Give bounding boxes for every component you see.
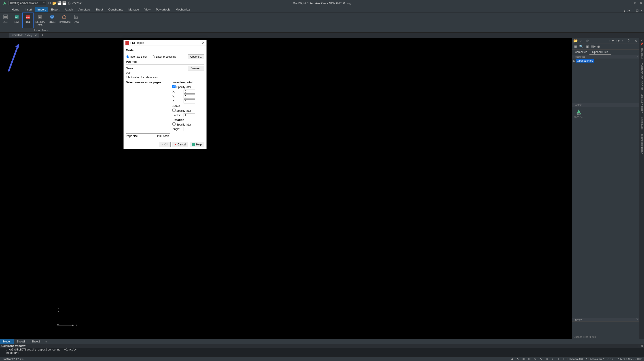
status-cursor-icon[interactable]: ⬉: [515, 357, 520, 361]
status-annoscale-dropdown[interactable]: Annotation: [588, 358, 605, 360]
tab-attach[interactable]: Attach: [62, 7, 76, 12]
tool5-icon[interactable]: ◉: [596, 44, 601, 49]
import-delmia-button[interactable]: xml DELMIA XML: [34, 12, 46, 28]
tab-annotate[interactable]: Annotate: [76, 7, 92, 12]
x-input[interactable]: [184, 90, 195, 94]
status-lwt-icon[interactable]: ≡: [550, 357, 555, 361]
drawing-canvas[interactable]: X Y: [0, 38, 572, 339]
sheet-tab-model[interactable]: Model: [0, 339, 14, 344]
section-close-icon[interactable]: ✕: [636, 55, 638, 58]
tab-manage[interactable]: Manage: [126, 7, 142, 12]
content-area[interactable]: 2022 NONA...: [572, 107, 639, 318]
vtab-properties[interactable]: Properties: [640, 46, 644, 61]
app-logo-icon[interactable]: [1, 0, 8, 6]
options-button[interactable]: Options...: [188, 54, 204, 59]
tab-view[interactable]: View: [142, 7, 153, 12]
tool3-icon[interactable]: ▣: [585, 44, 590, 49]
dialog-close-button[interactable]: ✕: [202, 41, 204, 45]
help-icon[interactable]: ?▾: [627, 9, 630, 12]
insert-as-block-radio[interactable]: Insert as Block: [126, 55, 147, 58]
close-tab-icon[interactable]: ✕: [35, 34, 37, 37]
sheet-tab-sheet1[interactable]: Sheet1: [14, 339, 28, 344]
tab-insert[interactable]: Insert: [22, 7, 35, 12]
add-tab-button[interactable]: +: [40, 33, 45, 37]
cancel-button[interactable]: ✕Cancel: [172, 142, 188, 147]
redo-icon[interactable]: ↷▾: [77, 1, 81, 5]
vtab-close-icon[interactable]: ✕: [641, 39, 643, 42]
pages-listbox[interactable]: [126, 85, 170, 134]
batch-processing-radio[interactable]: Batch processing: [152, 55, 176, 58]
angle-input[interactable]: [184, 127, 195, 131]
specify-later-scale-checkbox[interactable]: Specify later: [172, 109, 191, 112]
ok-button[interactable]: ✓OK: [159, 142, 170, 147]
tree-item-opened-files[interactable]: Opened Files: [576, 59, 594, 62]
minimize-button[interactable]: —: [627, 1, 632, 5]
section-close-icon[interactable]: ✕: [636, 318, 638, 321]
status-dcc-dropdown[interactable]: Dynamic CCS: [567, 358, 588, 360]
tab-home[interactable]: Home: [9, 7, 22, 12]
browse-button[interactable]: Browse...: [188, 66, 204, 71]
vtab-gcode[interactable]: Gcode Generator: [640, 92, 644, 115]
import-homebyme-button[interactable]: HomeByMe: [58, 12, 71, 28]
save-icon[interactable]: 💾: [58, 1, 61, 5]
y-input[interactable]: [184, 94, 195, 98]
command-input-line[interactable]: : IMPORTPDF: [0, 352, 644, 355]
tool1-icon[interactable]: ▦: [573, 44, 578, 49]
tab-export[interactable]: Export: [48, 7, 62, 12]
mdi-minimize-icon[interactable]: —: [632, 9, 634, 12]
status-otrack-icon[interactable]: ▨: [544, 357, 550, 361]
document-tab[interactable]: NONAME_0.dwg ✕: [9, 33, 39, 37]
vtab-3dcc[interactable]: 3D CONTENTCENTRAL: [640, 61, 644, 92]
status-osnap-icon[interactable]: ⬊: [538, 357, 544, 361]
factor-input[interactable]: [184, 113, 195, 117]
status-toggle-1-icon[interactable]: ◢: [509, 357, 514, 361]
resources-tree[interactable]: ⊟ Opened Files: [572, 58, 639, 103]
add-sheet-button[interactable]: +: [43, 340, 50, 343]
vtab-pin-icon[interactable]: 📌: [640, 42, 643, 45]
favorite-icon[interactable]: ☆: [585, 38, 590, 43]
forward-icon[interactable]: →▾: [614, 38, 620, 43]
back-icon[interactable]: ←▾: [609, 38, 614, 43]
saveas-icon[interactable]: 💾: [62, 1, 66, 5]
mdi-restore-icon[interactable]: ❐: [636, 9, 639, 12]
up-icon[interactable]: ↑: [620, 38, 625, 43]
status-qinput-icon[interactable]: ▢: [562, 357, 567, 361]
open-icon[interactable]: 📂: [53, 1, 56, 5]
vtab-homebyme[interactable]: HomeByMe: [640, 115, 644, 132]
dialog-titlebar[interactable]: P PDF Import ✕: [124, 40, 206, 46]
status-snap-icon[interactable]: ◫: [526, 357, 532, 361]
import-pdf-button[interactable]: PDF PDF: [22, 12, 34, 28]
tab-sheet[interactable]: Sheet: [93, 7, 106, 12]
specify-later-rotation-checkbox[interactable]: Specify later: [172, 122, 191, 126]
cmdwin-max-icon[interactable]: ❐: [638, 345, 640, 348]
close-button[interactable]: ✕: [639, 1, 643, 5]
panel-tab-computer[interactable]: Computer: [572, 50, 590, 55]
close-panel-icon[interactable]: ✕: [633, 38, 638, 43]
tool2-icon[interactable]: 🔍: [579, 44, 584, 49]
status-polar-icon[interactable]: ⊙: [532, 357, 538, 361]
folder-open-icon[interactable]: 📂: [573, 38, 578, 43]
collapse-ribbon-icon[interactable]: ▴: [624, 9, 625, 12]
undo-icon[interactable]: ↶▾: [72, 1, 76, 5]
tab-constraints[interactable]: Constraints: [106, 7, 126, 12]
import-svg-button[interactable]: SVG SVG: [71, 12, 82, 28]
import-sat-button[interactable]: SAT SAT: [11, 12, 22, 28]
restore-button[interactable]: ⧉: [634, 1, 637, 5]
vtab-design-resources[interactable]: Design Resources: [640, 132, 644, 156]
command-window[interactable]: Command Window : ._MAINSELECTSpecify opp…: [0, 344, 644, 357]
print-icon[interactable]: ⎙: [68, 1, 71, 5]
cmdwin-close-icon[interactable]: ✕: [641, 345, 643, 348]
tab-import[interactable]: Import: [35, 7, 48, 12]
import-3dcc-button[interactable]: 3DCC: [46, 12, 58, 28]
status-grid-icon[interactable]: ▦: [521, 357, 526, 361]
z-input[interactable]: [184, 99, 195, 103]
home-icon[interactable]: ⌂: [579, 38, 584, 43]
new-icon[interactable]: 🗋: [48, 1, 52, 5]
workspace-dropdown[interactable]: Drafting and Annotation: [8, 1, 46, 5]
sheet-tab-sheet2[interactable]: Sheet2: [28, 339, 43, 344]
tab-powertools[interactable]: Powertools: [153, 7, 173, 12]
help-panel-icon[interactable]: ?: [626, 38, 631, 43]
file-thumbnail[interactable]: 2022 NONA...: [574, 109, 584, 118]
specify-later-insertion-checkbox[interactable]: Specify later: [172, 85, 191, 89]
tab-mechanical[interactable]: Mechanical: [173, 7, 193, 12]
